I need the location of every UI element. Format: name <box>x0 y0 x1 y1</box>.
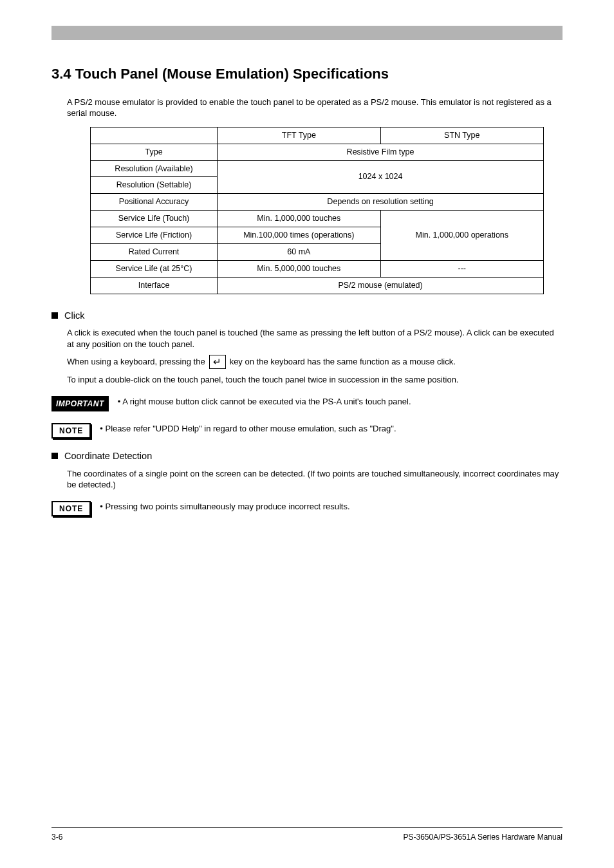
table-cell: Min. 1,000,000 operations <box>380 211 543 261</box>
table-cell: Resolution (Available) <box>91 160 218 177</box>
note-label: NOTE <box>51 423 91 439</box>
enter-key-glyph: ↵ <box>213 355 221 368</box>
sub-title-text: Click <box>64 310 84 323</box>
intro-paragraph: A PS/2 mouse emulator is provided to ena… <box>67 97 563 119</box>
section-number: 3.4 <box>51 66 71 82</box>
table-cell: Resolution (Settable) <box>91 177 218 194</box>
table-row: Resolution (Available) 1024 x 1024 <box>91 160 544 177</box>
sub-title-text: Coordinate Detection <box>64 450 152 463</box>
table-cell: 1024 x 1024 <box>218 160 544 194</box>
sub-heading-click: Click <box>51 310 563 323</box>
table-cell: 60 mA <box>218 243 380 260</box>
click-para-2-prefix: When using a keyboard, pressing the <box>67 356 205 368</box>
click-para-3: To input a double-click on the touch pan… <box>67 374 563 386</box>
coord-body: The coordinates of a single point on the… <box>67 468 563 491</box>
sub-heading-coordinate: Coordinate Detection <box>51 450 563 463</box>
click-body: A click is executed when the touch panel… <box>67 327 563 350</box>
footer-manual-title: PS-3650A/PS-3651A Series Hardware Manual <box>404 832 563 842</box>
table-cell: Rated Current <box>91 243 218 260</box>
table-row: Interface PS/2 mouse (emulated) <box>91 277 544 294</box>
square-bullet-icon <box>51 312 58 319</box>
click-body-2: To input a double-click on the touch pan… <box>67 374 563 386</box>
table-row: Service Life (Touch) Min. 1,000,000 touc… <box>91 211 544 227</box>
enter-key-line: When using a keyboard, pressing the ↵ ke… <box>67 355 563 369</box>
table-cell: Positional Accuracy <box>91 194 218 211</box>
table-cell: Service Life (Friction) <box>91 227 218 244</box>
page-footer: 3-6 PS-3650A/PS-3651A Series Hardware Ma… <box>51 827 563 842</box>
table-cell: Service Life (Touch) <box>91 211 218 227</box>
section-title-text: Touch Panel (Mouse Emulation) Specificat… <box>75 66 389 82</box>
table-cell: Min.100,000 times (operations) <box>218 227 380 244</box>
table-cell: Min. 5,000,000 touches <box>218 260 380 277</box>
table-cell: Resistive Film type <box>218 144 544 160</box>
header-stripe <box>51 26 563 40</box>
table-header-cell <box>91 127 218 144</box>
page-content: 3.4 Touch Panel (Mouse Emulation) Specif… <box>51 64 563 528</box>
important-callout: IMPORTANT • A right mouse button click c… <box>51 396 563 411</box>
table-header-cell: TFT Type <box>218 127 380 144</box>
note-callout-1: NOTE • Please refer "UPDD Help" in regar… <box>51 423 563 439</box>
specs-table: TFT Type STN Type Type Resistive Film ty… <box>90 127 544 294</box>
table-cell: PS/2 mouse (emulated) <box>218 277 544 294</box>
table-row: Type Resistive Film type <box>91 144 544 160</box>
coord-para-1: The coordinates of a single point on the… <box>67 468 563 491</box>
table-row: TFT Type STN Type <box>91 127 544 144</box>
note1-text: • Please refer "UPDD Help" in regard to … <box>100 423 563 435</box>
table-row: Service Life (at 25°C) Min. 5,000,000 to… <box>91 260 544 277</box>
section-title: 3.4 Touch Panel (Mouse Emulation) Specif… <box>51 64 563 84</box>
table-cell: --- <box>380 260 543 277</box>
enter-key-icon: ↵ <box>209 355 226 369</box>
table-cell: Interface <box>91 277 218 294</box>
note-callout-2: NOTE • Pressing two points simultaneousl… <box>51 501 563 516</box>
click-para-1: A click is executed when the touch panel… <box>67 327 563 350</box>
click-para-2-suffix: key on the keyboard has the same functio… <box>230 356 456 368</box>
square-bullet-icon <box>51 453 58 459</box>
note2-text: • Pressing two points simultaneously may… <box>100 501 563 513</box>
table-cell: Depends on resolution setting <box>218 194 544 211</box>
table-row: Positional Accuracy Depends on resolutio… <box>91 194 544 211</box>
table-cell: Min. 1,000,000 touches <box>218 211 380 227</box>
footer-page-number: 3-6 <box>51 832 62 842</box>
important-text: • A right mouse button click cannot be e… <box>118 396 563 408</box>
table-cell: Type <box>91 144 218 160</box>
note-label: NOTE <box>51 501 91 516</box>
table-cell: Service Life (at 25°C) <box>91 260 218 277</box>
table-header-cell: STN Type <box>380 127 543 144</box>
important-label: IMPORTANT <box>51 396 109 411</box>
